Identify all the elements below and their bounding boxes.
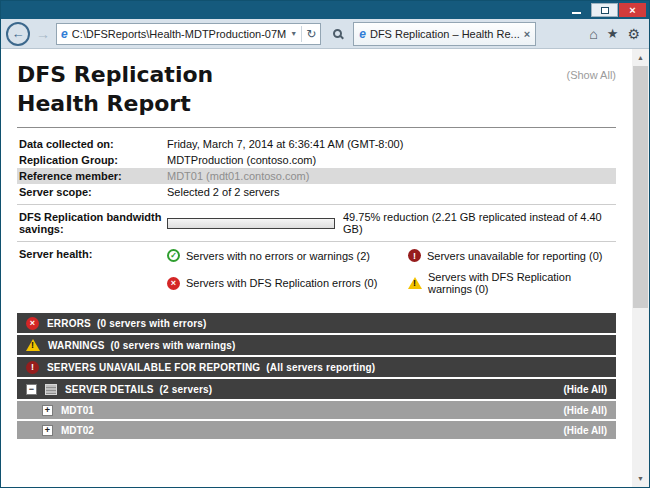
forward-button[interactable]: [35, 26, 51, 42]
field-value: MDT01 (mdt01.contoso.com): [167, 170, 614, 182]
address-bar[interactable]: e C:\DFSReports\Health-MDTProduction-07M: [56, 23, 321, 45]
unavailable-icon: [408, 249, 421, 262]
report-sections: ERRORS (0 servers with errors) WARNINGS …: [17, 313, 616, 439]
hide-all-link[interactable]: (Hide All): [563, 425, 607, 436]
window-controls: [563, 3, 646, 17]
browser-tab[interactable]: e DFS Replication – Health Re...: [353, 22, 536, 46]
ie-page-icon: e: [61, 27, 68, 41]
health-item-errors: Servers with DFS Replication errors (0): [167, 271, 404, 295]
field-data-collected: Data collected on: Friday, March 7, 2014…: [17, 136, 616, 152]
browser-window: e C:\DFSReports\Health-MDTProduction-07M…: [0, 0, 650, 488]
section-divider: [17, 204, 616, 205]
server-health-grid: Servers with no errors or warnings (2) S…: [167, 248, 614, 295]
page-title: DFS Replication Health Report: [17, 61, 616, 118]
section-errors[interactable]: ERRORS (0 servers with errors): [17, 313, 616, 333]
health-item-warnings: Servers with DFS Replication warnings (0…: [408, 271, 614, 295]
section-unavailable[interactable]: SERVERS UNAVAILABLE FOR REPORTING (All s…: [17, 357, 616, 377]
field-label: DFS Replication bandwidth savings:: [19, 211, 167, 235]
page-title-line1: DFS Replication: [17, 61, 616, 90]
section-title: ERRORS (0 servers with errors): [47, 318, 207, 329]
hide-all-link[interactable]: (Hide All): [563, 384, 607, 395]
gear-icon[interactable]: [627, 26, 640, 42]
error-circle-icon: [167, 277, 180, 290]
field-label: Data collected on:: [19, 138, 167, 150]
close-button[interactable]: [619, 3, 646, 17]
title-divider: [17, 127, 616, 128]
search-button[interactable]: [326, 23, 348, 45]
field-reference-member: Reference member: MDT01 (mdt01.contoso.c…: [17, 168, 616, 184]
field-value: Friday, March 7, 2014 at 6:36:41 AM (GMT…: [167, 138, 614, 150]
field-replication-group: Replication Group: MDTProduction (contos…: [17, 152, 616, 168]
section-divider: [17, 241, 616, 242]
server-icon: [45, 384, 57, 395]
health-item-ok: Servers with no errors or warnings (2): [167, 249, 404, 262]
report-header: DFS Replication Health Report (Show All): [17, 61, 616, 118]
section-server-details[interactable]: − SERVER DETAILS (2 servers) (Hide All): [17, 379, 616, 399]
section-title: WARNINGS (0 servers with warnings): [48, 340, 236, 351]
bandwidth-text: 49.75% reduction (2.21 GB replicated ins…: [343, 211, 614, 235]
unavailable-icon: [26, 361, 39, 374]
back-button[interactable]: [6, 22, 30, 46]
expand-toggle[interactable]: +: [42, 405, 53, 416]
maximize-button[interactable]: [591, 3, 618, 17]
health-item-text: Servers unavailable for reporting (0): [427, 250, 602, 262]
favorites-star-icon[interactable]: [607, 26, 619, 41]
address-dropdown-icon[interactable]: [290, 30, 297, 37]
collapse-toggle[interactable]: −: [26, 384, 37, 395]
field-value: Selected 2 of 2 servers: [167, 186, 614, 198]
field-label: Server scope:: [19, 186, 167, 198]
scrollbar-track[interactable]: [632, 66, 649, 470]
section-title: SERVERS UNAVAILABLE FOR REPORTING (All s…: [47, 362, 375, 373]
health-item-text: Servers with DFS Replication warnings (0…: [428, 271, 614, 295]
show-all-link[interactable]: (Show All): [566, 69, 616, 81]
warning-triangle-icon: [408, 277, 422, 289]
search-icon: [333, 29, 342, 38]
expand-toggle[interactable]: +: [42, 425, 53, 436]
field-value: MDTProduction (contoso.com): [167, 154, 614, 166]
field-server-scope: Server scope: Selected 2 of 2 servers: [17, 184, 616, 200]
page-viewport: DFS Replication Health Report (Show All)…: [1, 49, 649, 487]
address-separator: [301, 26, 302, 42]
page-title-line2: Health Report: [17, 90, 616, 119]
report-page: DFS Replication Health Report (Show All)…: [1, 49, 632, 487]
health-item-text: Servers with no errors or warnings (2): [186, 250, 370, 262]
vertical-scrollbar[interactable]: [632, 49, 649, 487]
browser-navbar: e C:\DFSReports\Health-MDTProduction-07M…: [1, 19, 649, 49]
server-name: MDT01: [61, 405, 94, 416]
navbar-right-icons: [589, 26, 644, 42]
field-label: Reference member:: [19, 170, 167, 182]
field-server-health: Server health: Servers with no errors or…: [17, 246, 616, 297]
server-row-mdt01[interactable]: + MDT01 (Hide All): [17, 401, 616, 419]
home-icon[interactable]: [589, 26, 597, 42]
scrollbar-thumb[interactable]: [633, 66, 648, 308]
window-titlebar[interactable]: [1, 1, 649, 19]
bandwidth-progress-bar: [167, 218, 335, 229]
refresh-icon[interactable]: [306, 27, 316, 41]
field-label: Replication Group:: [19, 154, 167, 166]
health-item-text: Servers with DFS Replication errors (0): [186, 277, 377, 289]
check-circle-icon: [167, 249, 180, 262]
error-circle-icon: [26, 317, 39, 330]
minimize-icon: [572, 12, 581, 14]
scroll-down-icon[interactable]: [632, 470, 649, 487]
address-input[interactable]: C:\DFSReports\Health-MDTProduction-07M: [72, 28, 287, 40]
bandwidth-row: 49.75% reduction (2.21 GB replicated ins…: [167, 211, 614, 235]
warning-triangle-icon: [26, 339, 40, 351]
field-bandwidth-savings: DFS Replication bandwidth savings: 49.75…: [17, 209, 616, 237]
section-title: SERVER DETAILS (2 servers): [65, 384, 212, 395]
tab-close-icon[interactable]: [524, 28, 530, 40]
section-warnings[interactable]: WARNINGS (0 servers with warnings): [17, 335, 616, 355]
tab-title: DFS Replication – Health Re...: [370, 28, 520, 40]
hide-all-link[interactable]: (Hide All): [563, 405, 607, 416]
maximize-icon: [601, 7, 609, 14]
server-name: MDT02: [61, 425, 94, 436]
minimize-button[interactable]: [563, 3, 590, 17]
health-item-unavailable: Servers unavailable for reporting (0): [408, 249, 614, 262]
field-label: Server health:: [19, 248, 167, 260]
tab-favicon: e: [359, 27, 366, 41]
scroll-up-icon[interactable]: [632, 49, 649, 66]
server-row-mdt02[interactable]: + MDT02 (Hide All): [17, 421, 616, 439]
